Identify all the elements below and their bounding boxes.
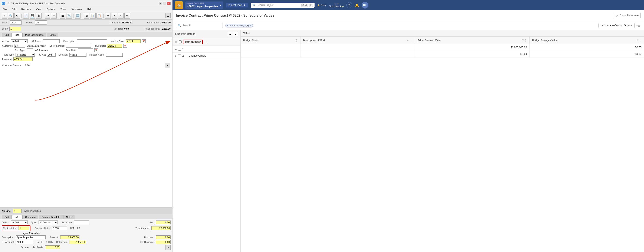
menu-file[interactable]: File [2, 8, 8, 11]
action-select[interactable]: A-Add [11, 39, 28, 43]
menu-windows[interactable]: Windows [71, 8, 83, 11]
due-date-input[interactable] [107, 44, 122, 48]
toolbar-next-btn[interactable]: › [118, 13, 124, 18]
due-date-cal-btn[interactable]: 📅 [123, 44, 127, 48]
manage-custom-groups-button[interactable]: ⚙ Manage Custom Groups [598, 23, 635, 28]
invoice-date-cal-btn[interactable]: 📅 [142, 39, 146, 43]
tax-basis-input[interactable] [45, 246, 60, 249]
toolbar-spell-btn[interactable]: 🔤 [75, 13, 80, 18]
row-1-expand-icon[interactable]: ▶ [175, 48, 178, 50]
ar-trans-input[interactable] [42, 39, 60, 43]
tab-notes-bottom[interactable]: Notes [63, 215, 75, 219]
tax-input[interactable] [156, 221, 170, 224]
tab-misc-dist[interactable]: Misc Distributions [22, 33, 46, 37]
toolbar-last-btn[interactable]: ≫ [124, 13, 130, 18]
description-input[interactable] [77, 39, 107, 43]
reason-code-input[interactable] [106, 53, 123, 57]
toolbar-settings-btn[interactable]: ⚙ [14, 13, 20, 18]
toolbar-new-btn[interactable]: 📄 [23, 13, 29, 18]
bottom-action-select[interactable]: A-Add [11, 221, 28, 224]
row-1-checkbox[interactable] [178, 48, 181, 51]
toolbar-scroll-btn[interactable]: ▲ [166, 13, 170, 18]
rp-search-input[interactable] [257, 3, 300, 6]
row-2-checkbox[interactable] [178, 54, 181, 57]
menu-help[interactable]: Help [86, 8, 93, 11]
prime-menu-icon[interactable]: ⋮ [524, 39, 527, 42]
row-2-expand-icon[interactable]: ▶ [175, 55, 178, 57]
favorites-btn[interactable]: ★ Favor [317, 3, 327, 7]
expand-btn[interactable]: » [165, 63, 170, 68]
notifications-button[interactable]: 🔔 [355, 3, 359, 7]
prime-help-icon[interactable]: ? [522, 39, 524, 42]
toolbar-refresh-btn[interactable]: ↻ [51, 13, 57, 18]
contract-units-input[interactable] [52, 226, 67, 230]
contract-item-input[interactable] [18, 226, 29, 230]
bottom-description-input[interactable] [16, 236, 46, 239]
menu-options[interactable]: Options [46, 8, 56, 11]
month-input[interactable] [10, 20, 22, 25]
disc-date-cal-btn[interactable]: 📅 [94, 48, 98, 52]
close-fullscreen-button[interactable]: ⤢ Close Fullscreen [614, 13, 640, 18]
gl-account-input[interactable] [16, 240, 33, 244]
minimize-button[interactable]: ─ [159, 2, 162, 5]
home-button[interactable]: 🏠 [175, 1, 183, 9]
toolbar-first-btn[interactable]: ≪ [105, 13, 111, 18]
toolbar-chart-btn[interactable]: 📊 [90, 13, 96, 18]
table-row-2[interactable]: ▶ 2 Change Orders [172, 52, 240, 59]
tab-bottom-grid[interactable]: Grid [2, 215, 12, 219]
trans-type-select[interactable]: I-Invoice [16, 53, 35, 57]
help-button[interactable]: ? [346, 2, 352, 8]
grid-options-icon[interactable]: ≡⊞ [636, 24, 640, 27]
seq-input[interactable] [9, 27, 21, 31]
invoice-num-input[interactable] [14, 57, 32, 61]
ar-line-input[interactable] [13, 209, 22, 213]
tab-bottom-info[interactable]: Info [12, 215, 22, 219]
tab-notes-top[interactable]: Notes [47, 33, 58, 37]
customer-id-input[interactable] [14, 44, 25, 48]
toolbar-monitor-btn[interactable]: 🖥 [84, 13, 89, 18]
tab-grid[interactable]: Grid [2, 33, 12, 37]
toolbar-attach-btn[interactable]: 📎 [66, 13, 72, 18]
value-row-1[interactable]: $1,000,000.00 $0.00 [241, 44, 644, 51]
budget-help-icon[interactable]: ? [636, 39, 638, 42]
user-avatar[interactable]: DE [362, 2, 368, 8]
toolbar-edit-btn[interactable]: ✎ [2, 13, 7, 18]
amount-input[interactable] [60, 236, 80, 239]
menu-records[interactable]: Records [20, 8, 32, 11]
project-selector[interactable]: Agave Demo ERP 46802 · Apex Properties ▼ [185, 1, 223, 9]
project-tools-button[interactable]: Project Tools ▼ [226, 3, 248, 7]
discount-input[interactable] [156, 236, 170, 239]
bottom-expand-btn[interactable]: » [166, 245, 170, 250]
nav-prev-arrow[interactable]: ◀ [228, 32, 232, 36]
customer-ref-input[interactable] [66, 44, 91, 48]
close-button[interactable]: ✕ [167, 2, 170, 5]
item-number-menu-icon[interactable]: ⋮ [205, 40, 208, 44]
rec-type-input[interactable] [26, 48, 33, 52]
retainage-input[interactable] [69, 240, 86, 244]
jc-co-input[interactable] [47, 53, 56, 57]
total-amount-input[interactable] [152, 226, 170, 230]
budget-code-menu-icon[interactable]: ⋮ [295, 39, 298, 42]
filter-clear-button[interactable]: × [250, 24, 251, 27]
disc-date-input[interactable] [78, 48, 93, 52]
value-row-2[interactable]: $0.00 $0.00 [241, 51, 644, 57]
toolbar-print-btn[interactable]: 📋 [96, 13, 102, 18]
tab-info[interactable]: Info [12, 33, 22, 37]
batch-input[interactable] [35, 20, 47, 25]
nav-next-arrow[interactable]: ▶ [233, 32, 238, 36]
desc-edit-icon[interactable]: ✏ [407, 39, 409, 42]
toolbar-search-btn[interactable]: 🔍 [8, 13, 14, 18]
apps-section[interactable]: Apps Select an App [329, 3, 344, 7]
toolbar-grid-btn[interactable]: ▦ [60, 13, 66, 18]
tab-contract-item-info[interactable]: Contract Item Info [39, 215, 63, 219]
bottom-type-select[interactable]: C-Contract [38, 221, 58, 224]
table-row-1[interactable]: ▶ 1 [172, 46, 240, 52]
menu-view[interactable]: View [35, 8, 42, 11]
filter-search-input[interactable] [182, 24, 221, 27]
tax-code-input[interactable] [74, 221, 89, 224]
toolbar-save-btn[interactable]: 💾 [30, 13, 35, 18]
select-all-checkbox[interactable] [179, 40, 182, 43]
budget-menu-icon[interactable]: ⋮ [639, 39, 642, 42]
toolbar-undo-btn[interactable]: ↩ [45, 13, 50, 18]
invoice-date-input[interactable] [126, 39, 140, 43]
